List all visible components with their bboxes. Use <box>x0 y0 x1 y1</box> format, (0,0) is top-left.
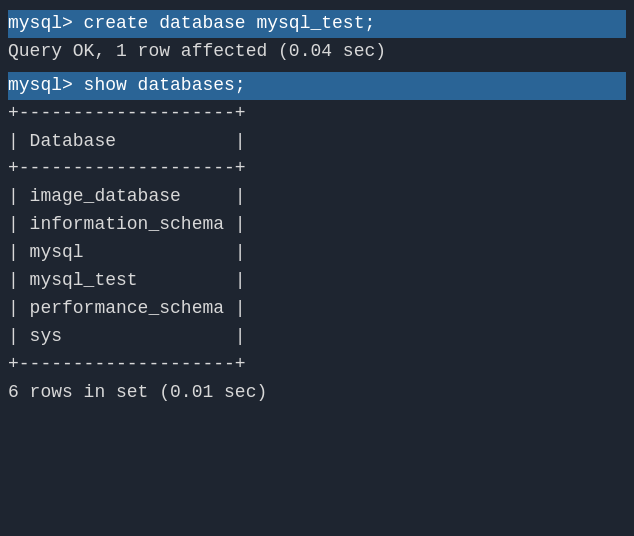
terminal-line: | image_database | <box>8 183 626 211</box>
terminal-line: | mysql_test | <box>8 267 626 295</box>
terminal-line: mysql> show databases; <box>8 72 626 100</box>
terminal-line: | Database | <box>8 128 626 156</box>
terminal-line: +--------------------+ <box>8 100 626 128</box>
terminal-line: | performance_schema | <box>8 295 626 323</box>
terminal-line: Query OK, 1 row affected (0.04 sec) <box>8 38 626 66</box>
terminal-line: | mysql | <box>8 239 626 267</box>
terminal-line: +--------------------+ <box>8 155 626 183</box>
terminal-line: | sys | <box>8 323 626 351</box>
terminal-line: +--------------------+ <box>8 351 626 379</box>
terminal-line: | information_schema | <box>8 211 626 239</box>
terminal-line: mysql> create database mysql_test; <box>8 10 626 38</box>
terminal-window: mysql> create database mysql_test;Query … <box>0 0 634 536</box>
terminal-line: 6 rows in set (0.01 sec) <box>8 379 626 407</box>
